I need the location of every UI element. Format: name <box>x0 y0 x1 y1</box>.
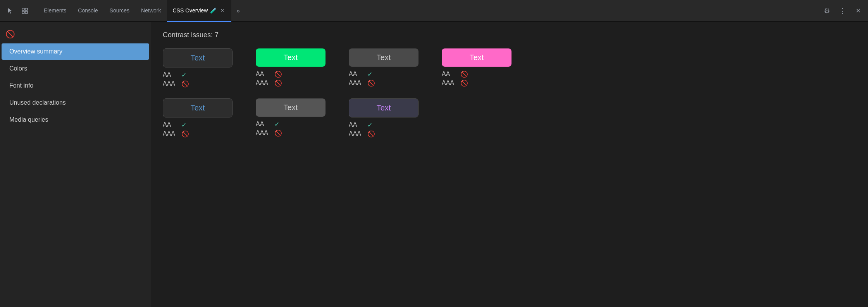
sidebar: 🚫 Overview summary Colors Font info Unus… <box>0 22 151 307</box>
contrast-checks-3: AA ✓ AAA 🚫 <box>349 71 418 87</box>
more-tabs-button[interactable]: » <box>232 5 244 17</box>
aaa-fail-icon-5: 🚫 <box>181 130 192 138</box>
aaa-label-2: AAA <box>256 79 274 87</box>
more-options-button[interactable]: ⋮ <box>835 4 849 18</box>
aaa-label-6: AAA <box>256 129 274 137</box>
contrast-item-4: Text AA 🚫 AAA 🚫 <box>442 48 512 87</box>
aa-label-7: AA <box>349 121 367 129</box>
tab-css-overview[interactable]: CSS Overview 🧪 ✕ <box>167 0 231 22</box>
inspect-icon[interactable] <box>18 4 32 18</box>
contrast-item-2: Text AA 🚫 AAA 🚫 <box>256 48 326 87</box>
contrast-issues-title: Contrast issues: 7 <box>163 31 856 39</box>
aaa-fail-icon-1: 🚫 <box>181 80 192 88</box>
aa-fail-icon-2: 🚫 <box>274 71 285 78</box>
contrast-checks-2: AA 🚫 AAA 🚫 <box>256 71 326 87</box>
sidebar-item-overview-summary[interactable]: Overview summary <box>2 43 149 60</box>
aaa-label-5: AAA <box>163 130 181 138</box>
aaa-label-3: AAA <box>349 79 367 87</box>
contrast-checks-6: AA ✓ AAA 🚫 <box>256 121 326 137</box>
aaa-fail-icon-7: 🚫 <box>367 130 378 138</box>
contrast-row-2: Text AA ✓ AAA 🚫 Text AA <box>163 98 856 138</box>
aa-pass-icon-3: ✓ <box>367 71 378 78</box>
sidebar-item-colors[interactable]: Colors <box>2 60 149 77</box>
contrast-btn-5[interactable]: Text <box>163 98 232 117</box>
aa-pass-icon-5: ✓ <box>181 121 192 129</box>
tab-network[interactable]: Network <box>136 0 166 22</box>
aaa-fail-icon-3: 🚫 <box>367 79 378 87</box>
tab-sources[interactable]: Sources <box>104 0 135 22</box>
divider-1 <box>35 5 35 16</box>
settings-button[interactable]: ⚙ <box>820 4 834 18</box>
topbar-right: ⚙ ⋮ ✕ <box>820 4 865 18</box>
contrast-btn-3[interactable]: Text <box>349 48 418 67</box>
contrast-item-7: Text AA ✓ AAA 🚫 <box>349 98 418 138</box>
aa-label-1: AA <box>163 71 181 79</box>
aa-pass-icon-7: ✓ <box>367 121 378 129</box>
aa-label-3: AA <box>349 71 367 78</box>
contrast-grid: Text AA ✓ AAA 🚫 Text AA <box>163 48 856 138</box>
sidebar-item-unused-declarations[interactable]: Unused declarations <box>2 95 149 111</box>
close-devtools-button[interactable]: ✕ <box>851 4 865 18</box>
contrast-row-1: Text AA ✓ AAA 🚫 Text AA <box>163 48 856 88</box>
contrast-checks-7: AA ✓ AAA 🚫 <box>349 121 418 138</box>
contrast-btn-4[interactable]: Text <box>442 48 512 67</box>
tab-css-overview-label: CSS Overview <box>172 7 208 14</box>
aa-pass-icon-1: ✓ <box>181 71 192 79</box>
sidebar-item-media-queries[interactable]: Media queries <box>2 112 149 128</box>
contrast-checks-5: AA ✓ AAA 🚫 <box>163 121 232 138</box>
contrast-btn-6[interactable]: Text <box>256 98 326 117</box>
content-area: Contrast issues: 7 Text AA ✓ AAA 🚫 <box>151 22 868 307</box>
tab-console[interactable]: Console <box>72 0 103 22</box>
contrast-btn-2[interactable]: Text <box>256 48 326 67</box>
contrast-item-5: Text AA ✓ AAA 🚫 <box>163 98 232 138</box>
aa-fail-icon-4: 🚫 <box>460 71 471 78</box>
aaa-fail-icon-6: 🚫 <box>274 129 285 137</box>
topbar: Elements Console Sources Network CSS Ove… <box>0 0 868 22</box>
no-entry-icon: 🚫 <box>3 27 17 41</box>
contrast-btn-7[interactable]: Text <box>349 98 418 117</box>
divider-2 <box>247 5 247 16</box>
aa-label-5: AA <box>163 121 181 129</box>
tab-css-overview-close[interactable]: ✕ <box>219 7 226 14</box>
svg-rect-0 <box>22 8 24 10</box>
aaa-label-4: AAA <box>442 79 460 87</box>
svg-rect-3 <box>25 11 28 14</box>
contrast-checks-1: AA ✓ AAA 🚫 <box>163 71 232 88</box>
aa-label-2: AA <box>256 71 274 78</box>
sidebar-item-font-info[interactable]: Font info <box>2 78 149 94</box>
aaa-fail-icon-4: 🚫 <box>460 79 471 87</box>
contrast-btn-1[interactable]: Text <box>163 48 232 67</box>
contrast-item-6: Text AA ✓ AAA 🚫 <box>256 98 326 137</box>
aaa-fail-icon-2: 🚫 <box>274 79 285 87</box>
aaa-label-7: AAA <box>349 130 367 138</box>
svg-rect-2 <box>22 11 24 14</box>
aa-pass-icon-6: ✓ <box>274 121 285 128</box>
contrast-checks-4: AA 🚫 AAA 🚫 <box>442 71 512 87</box>
aaa-label-1: AAA <box>163 80 181 88</box>
contrast-item-3: Text AA ✓ AAA 🚫 <box>349 48 418 87</box>
svg-rect-1 <box>25 8 28 10</box>
flask-icon: 🧪 <box>210 7 217 14</box>
contrast-item-1: Text AA ✓ AAA 🚫 <box>163 48 232 88</box>
tab-elements[interactable]: Elements <box>38 0 72 22</box>
aa-label-4: AA <box>442 71 460 78</box>
aa-label-6: AA <box>256 121 274 128</box>
cursor-icon[interactable] <box>3 4 17 18</box>
main-layout: 🚫 Overview summary Colors Font info Unus… <box>0 22 868 307</box>
